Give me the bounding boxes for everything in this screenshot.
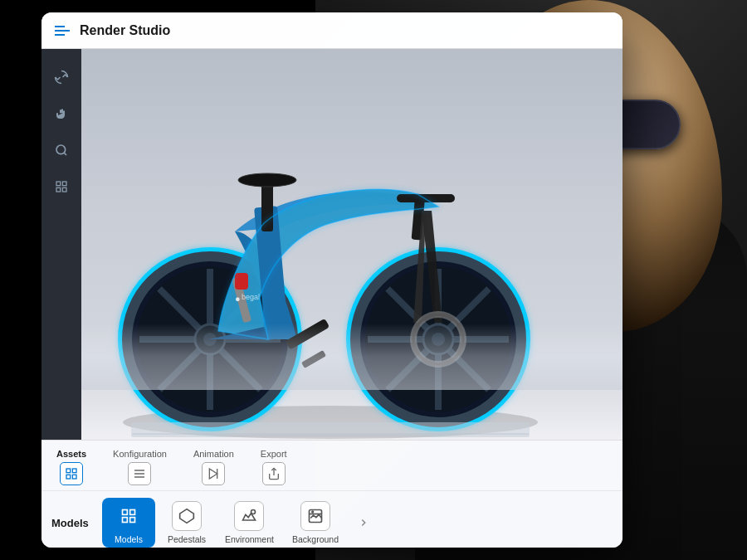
main-viewport: ● begal (81, 49, 622, 440)
svg-point-0 (56, 145, 66, 154)
svg-rect-43 (72, 469, 76, 473)
svg-line-1 (64, 153, 66, 155)
svg-point-59 (312, 511, 314, 513)
svg-rect-5 (62, 187, 66, 192)
bottom-toolbar: Assets Konfiguration (42, 440, 622, 548)
pedestals-label: Pedestals (168, 534, 206, 544)
hand-icon[interactable] (46, 99, 76, 129)
svg-rect-45 (72, 475, 76, 479)
background-label: Background (292, 534, 339, 544)
toolbar-tabs: Assets Konfiguration (42, 441, 622, 491)
svg-rect-2 (56, 182, 61, 186)
toolbar-item-background[interactable]: Background (286, 498, 345, 548)
frame-icon[interactable] (46, 172, 76, 202)
svg-rect-41 (131, 433, 530, 437)
konfiguration-tab-icon (128, 462, 151, 485)
environment-label: Environment (225, 534, 274, 544)
svg-text:begal: begal (242, 293, 260, 301)
svg-rect-42 (66, 469, 71, 473)
svg-marker-49 (210, 469, 217, 479)
svg-rect-55 (130, 518, 135, 523)
title-bar: Render Studio (42, 12, 622, 49)
toolbar-items-row: Models Models Pedestals (42, 491, 622, 548)
svg-point-57 (251, 510, 256, 514)
svg-rect-4 (56, 187, 61, 192)
assets-tab-icon (60, 462, 83, 485)
toolbar-item-pedestals[interactable]: Pedestals (160, 498, 213, 548)
svg-rect-33 (397, 194, 455, 202)
toolbar-item-environment[interactable]: Environment (218, 498, 281, 548)
svg-rect-54 (123, 518, 128, 523)
animation-tab-icon (202, 462, 225, 485)
svg-rect-3 (62, 182, 66, 186)
rotate-icon[interactable] (46, 62, 76, 92)
search-zoom-icon[interactable] (46, 135, 76, 165)
svg-text:●: ● (235, 294, 241, 304)
svg-rect-31 (235, 273, 248, 290)
svg-rect-40 (131, 422, 530, 435)
models-label: Models (115, 534, 143, 544)
section-models-label: Models (51, 517, 97, 529)
export-tab-icon (262, 462, 286, 485)
svg-point-29 (238, 173, 296, 187)
app-panel: Render Studio (42, 12, 622, 548)
left-sidebar (42, 49, 81, 440)
toolbar-item-models[interactable]: Models (102, 498, 155, 548)
tab-animation[interactable]: Animation (188, 447, 239, 487)
svg-rect-44 (66, 475, 71, 479)
tab-konfiguration[interactable]: Konfiguration (108, 447, 172, 487)
tab-assets[interactable]: Assets (51, 447, 91, 487)
menu-button[interactable] (55, 26, 70, 36)
models-icon (114, 501, 144, 531)
environment-icon (234, 501, 264, 531)
svg-rect-52 (123, 510, 128, 515)
floor-reflection (81, 324, 622, 390)
tab-export[interactable]: Export (256, 447, 292, 487)
svg-marker-56 (180, 509, 194, 523)
chevron-right-button[interactable] (354, 508, 374, 538)
app-title: Render Studio (80, 23, 170, 38)
background-icon (300, 501, 330, 531)
svg-rect-53 (130, 510, 135, 515)
pedestals-icon (172, 501, 202, 531)
